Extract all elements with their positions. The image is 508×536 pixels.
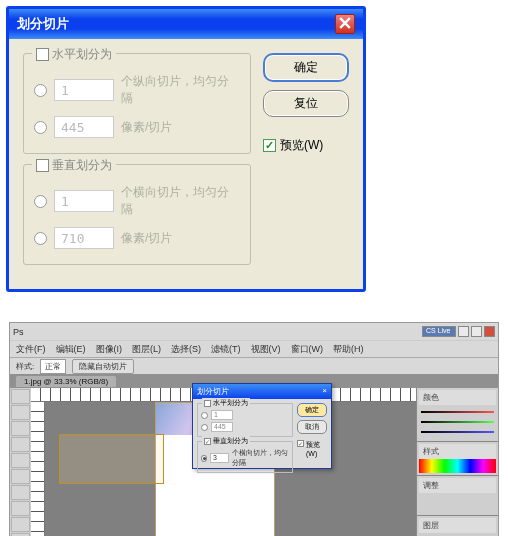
tool-marquee[interactable] [11,405,30,420]
horizontal-checkbox[interactable] [36,48,49,61]
tool-heal[interactable] [11,485,30,500]
ok-button[interactable]: 确定 [263,53,349,82]
vertical-radio-px[interactable] [34,232,47,245]
tool-wand[interactable] [11,437,30,452]
slice-highlight[interactable] [59,434,164,484]
swatch-tab[interactable]: 样式 [423,446,439,457]
horizontal-count-input[interactable]: 1 [54,79,114,101]
close-button[interactable] [335,14,355,34]
vertical-legend[interactable]: 垂直划分为 [32,157,116,174]
vertical-fieldset: 垂直划分为 1 个横向切片，均匀分隔 710 像素/切片 [23,164,251,265]
tool-stamp[interactable] [11,517,30,532]
inline-v-legend: 垂直划分为 [213,436,248,446]
vertical-row-count: 1 个横向切片，均匀分隔 [34,184,240,218]
slider-r[interactable] [421,411,494,413]
menu-layer[interactable]: 图层(L) [132,343,161,356]
menu-help[interactable]: 帮助(H) [333,343,364,356]
tool-crop[interactable] [11,453,30,468]
ps-panels: 颜色 样式 调整 图层 背景 副本 [416,388,498,536]
horizontal-fieldset: 水平划分为 1 个纵向切片，均匀分隔 445 像素/切片 [23,53,251,154]
horizontal-radio-count[interactable] [34,84,47,97]
inline-h-input2[interactable]: 445 [211,422,233,432]
menu-edit[interactable]: 编辑(E) [56,343,86,356]
color-tab[interactable]: 颜色 [423,392,439,403]
adjust-tab[interactable]: 调整 [423,480,439,491]
horizontal-radio-px[interactable] [34,121,47,134]
dialog-body: 水平划分为 1 个纵向切片，均匀分隔 445 像素/切片 垂直划分为 [9,39,363,289]
ps-minimize-button[interactable] [458,326,469,337]
inline-title-bar[interactable]: 划分切片 × [193,384,331,399]
menu-file[interactable]: 文件(F) [16,343,46,356]
opt-autoslice-button[interactable]: 隐藏自动切片 [72,359,134,374]
inline-h-checkbox[interactable] [204,400,211,407]
tool-eyedropper[interactable] [11,469,30,484]
adjust-panel: 调整 [417,476,498,516]
inline-cancel-button[interactable]: 取消 [297,420,327,434]
inline-h-radio1[interactable] [201,412,208,419]
rgb-sliders[interactable] [419,405,496,439]
inline-slice-dialog: 划分切片 × 水平划分为 1 445 ✓垂直划分为 3个横向切片，均匀分隔 确定… [192,383,332,469]
cslive-button[interactable]: CS Live [422,326,456,337]
horizontal-legend-text: 水平划分为 [52,46,112,63]
slider-g[interactable] [421,421,494,423]
color-panel: 颜色 [417,388,498,442]
preview-label: 预览(W) [280,137,323,154]
ps-tab-active[interactable]: 1.jpg @ 33.3% (RGB/8) [16,376,116,387]
vertical-px-input[interactable]: 710 [54,227,114,249]
menu-filter[interactable]: 滤镜(T) [211,343,241,356]
ps-close-button[interactable] [484,326,495,337]
horizontal-px-input[interactable]: 445 [54,116,114,138]
inline-v-radio1[interactable] [201,455,207,462]
photoshop-window: Ps CS Live 文件(F) 编辑(E) 图像(I) 图层(L) 选择(S)… [9,322,499,536]
inline-h-legend: 水平划分为 [213,398,248,408]
inline-h-fieldset: 水平划分为 1 445 [197,403,293,437]
tool-lasso[interactable] [11,421,30,436]
close-icon [339,17,351,32]
inline-preview-checkbox[interactable]: ✓ [297,440,304,447]
inline-v-input1[interactable]: 3 [210,453,229,463]
menu-view[interactable]: 视图(V) [251,343,281,356]
ps-title-bar[interactable]: Ps CS Live [10,323,498,340]
tool-move[interactable] [11,389,30,404]
layers-tab[interactable]: 图层 [423,520,439,531]
vertical-checkbox[interactable] [36,159,49,172]
vertical-legend-text: 垂直划分为 [52,157,112,174]
inline-v-label: 个横向切片，均匀分隔 [232,448,289,468]
ps-options-bar: 样式: 正常 隐藏自动切片 [10,357,498,374]
inline-h-radio2[interactable] [201,424,208,431]
ps-logo-text: Ps [13,327,24,337]
inline-h-input1[interactable]: 1 [211,410,233,420]
slider-b[interactable] [421,431,494,433]
horizontal-row-px: 445 像素/切片 [34,116,240,138]
vertical-count-input[interactable]: 1 [54,190,114,212]
menu-window[interactable]: 窗口(W) [291,343,324,356]
inline-ok-button[interactable]: 确定 [297,403,327,417]
vertical-row-px: 710 像素/切片 [34,227,240,249]
opt-style-select[interactable]: 正常 [40,359,66,374]
reset-button[interactable]: 复位 [263,90,349,117]
swatch-panel: 样式 [417,442,498,476]
opt-style-label: 样式: [16,361,34,372]
ruler-vertical[interactable] [31,402,45,536]
menu-image[interactable]: 图像(I) [96,343,123,356]
layers-panel: 图层 背景 副本 背景 [417,516,498,536]
slice-dialog: 划分切片 水平划分为 1 个纵向切片，均匀分隔 445 [6,6,366,292]
horizontal-legend[interactable]: 水平划分为 [32,46,116,63]
preview-checkbox[interactable]: ✓ [263,139,276,152]
ps-toolbox [10,388,31,536]
horizontal-count-label: 个纵向切片，均匀分隔 [121,73,240,107]
title-bar[interactable]: 划分切片 [9,9,363,39]
spectrum-bar[interactable] [419,459,496,473]
inline-v-fieldset: ✓垂直划分为 3个横向切片，均匀分隔 [197,441,293,473]
inline-title: 划分切片 [197,386,229,397]
vertical-radio-count[interactable] [34,195,47,208]
ps-maximize-button[interactable] [471,326,482,337]
vertical-px-label: 像素/切片 [121,230,172,247]
menu-select[interactable]: 选择(S) [171,343,201,356]
preview-row[interactable]: ✓ 预览(W) [263,137,349,154]
ps-menu-bar[interactable]: 文件(F) 编辑(E) 图像(I) 图层(L) 选择(S) 滤镜(T) 视图(V… [10,340,498,357]
dialog-title: 划分切片 [17,15,69,33]
inline-v-checkbox[interactable]: ✓ [204,438,211,445]
inline-close-icon[interactable]: × [322,386,327,397]
tool-brush[interactable] [11,501,30,516]
